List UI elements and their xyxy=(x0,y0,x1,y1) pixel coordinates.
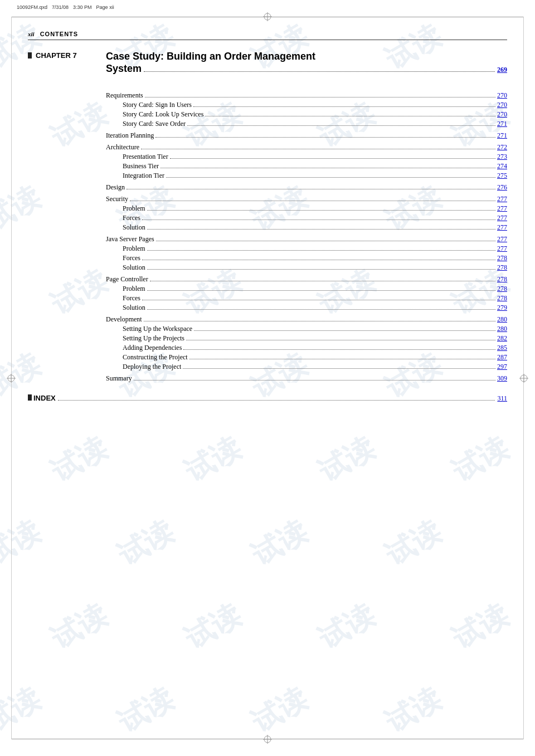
toc-label: Story Card: Save Order xyxy=(123,120,186,128)
toc-entry: Story Card: Sign In Users270 xyxy=(123,101,507,109)
toc-dots xyxy=(155,137,495,138)
toc-page-ref[interactable]: 278 xyxy=(497,254,507,262)
toc-dots xyxy=(166,177,495,178)
toc-page-ref[interactable]: 278 xyxy=(497,285,507,293)
watermark: 试读 xyxy=(445,428,515,491)
toc-page-ref[interactable]: 282 xyxy=(497,334,507,343)
toc-page-ref[interactable]: 278 xyxy=(497,294,507,303)
toc-page-ref[interactable]: 270 xyxy=(497,91,507,100)
toc-entry: Story Card: Look Up Services270 xyxy=(123,110,507,119)
toc-page-ref[interactable]: 278 xyxy=(497,275,507,284)
toc-dots xyxy=(147,210,495,211)
toc-page-ref[interactable]: 285 xyxy=(497,344,507,352)
toc-dots xyxy=(194,330,495,331)
toc-dots xyxy=(147,269,495,270)
chapter-icon xyxy=(28,52,32,58)
toc-dots xyxy=(189,359,495,359)
toc-page-ref[interactable]: 276 xyxy=(497,183,507,192)
toc-dots xyxy=(170,158,495,159)
toc-dots xyxy=(150,281,495,281)
toc-dots xyxy=(147,250,495,251)
toc-page-ref[interactable]: 271 xyxy=(497,120,507,128)
toc-page-ref[interactable]: 280 xyxy=(497,315,507,324)
reg-mark-top xyxy=(263,12,272,21)
toc-dots xyxy=(141,149,495,149)
toc-label: Business Tier xyxy=(123,162,159,170)
chapter-page-ref[interactable]: 269 xyxy=(497,66,507,74)
date: 7/31/08 xyxy=(52,4,69,10)
toc-page-ref[interactable]: 275 xyxy=(497,172,507,180)
chapter-title-line2: System 269 xyxy=(106,63,507,75)
toc-entry: Design276 xyxy=(106,183,507,192)
index-dots xyxy=(58,400,495,401)
chapter-row: CHAPTER 7 Case Study: Building an Order … xyxy=(28,50,507,75)
toc-page-ref[interactable]: 277 xyxy=(497,245,507,253)
toc-page-ref[interactable]: 297 xyxy=(497,363,507,371)
toc-label: Deploying the Project xyxy=(123,363,181,371)
toc-dots xyxy=(142,300,495,300)
toc-entry: Iteration Planning271 xyxy=(106,131,507,140)
toc-page-ref[interactable]: 274 xyxy=(497,162,507,170)
toc-dots xyxy=(134,380,495,381)
toc-label: Solution xyxy=(123,304,145,312)
toc-page-ref[interactable]: 270 xyxy=(497,101,507,109)
toc-label: Summary xyxy=(106,374,132,383)
toc-page-ref[interactable]: 277 xyxy=(497,223,507,232)
toc-label: Design xyxy=(106,183,125,192)
page-info: Page xii xyxy=(96,4,114,10)
watermark: 试读 xyxy=(0,679,47,742)
toc-entry: Security277 xyxy=(106,195,507,203)
toc-label: Problem xyxy=(123,204,145,213)
toc-page-ref[interactable]: 309 xyxy=(497,374,507,383)
toc-dots xyxy=(183,368,495,369)
toc-label: Problem xyxy=(123,245,145,253)
toc-label: Adding Dependencies xyxy=(123,344,182,352)
toc-page-ref[interactable]: 271 xyxy=(497,131,507,140)
toc-entry: Development280 xyxy=(106,315,507,324)
toc-entry: Problem278 xyxy=(123,285,507,293)
toc-label: Integration Tier xyxy=(123,172,164,180)
watermark: 试读 xyxy=(44,428,114,491)
toc-page-ref[interactable]: 280 xyxy=(497,325,507,333)
toc-label: Page Controller xyxy=(106,275,148,284)
toc-dots xyxy=(142,220,495,220)
time: 3:30 PM xyxy=(73,4,92,10)
toc-entry: Story Card: Save Order271 xyxy=(123,120,507,128)
main-content: CHAPTER 7 Case Study: Building an Order … xyxy=(28,50,507,403)
toc-entry: Adding Dependencies285 xyxy=(123,344,507,352)
toc-dots xyxy=(160,168,495,168)
page-header: xii CONTENTS xyxy=(28,31,507,40)
toc-dots xyxy=(147,290,495,291)
toc-entry: Solution278 xyxy=(123,264,507,272)
chapter-title-block: Case Study: Building an Order Management… xyxy=(106,50,507,75)
toc-label: Java Server Pages xyxy=(106,235,154,243)
toc-entry: Deploying the Project297 xyxy=(123,363,507,371)
toc-page-ref[interactable]: 272 xyxy=(497,143,507,152)
metadata-bar: 10092FM.qxd 7/31/08 3:30 PM Page xii xyxy=(17,4,518,10)
toc-entry: Architecture272 xyxy=(106,143,507,152)
toc-page-ref[interactable]: 277 xyxy=(497,195,507,203)
toc-dots xyxy=(144,321,495,321)
chapter-title-word: System xyxy=(106,63,142,75)
toc-label: Constructing the Project xyxy=(123,353,188,362)
toc-entry: Forces278 xyxy=(123,254,507,262)
index-page-ref[interactable]: 311 xyxy=(497,394,507,403)
toc-page-ref[interactable]: 270 xyxy=(497,110,507,119)
toc-page-ref[interactable]: 287 xyxy=(497,353,507,362)
watermark: 试读 xyxy=(44,596,114,659)
toc-label: Forces xyxy=(123,294,140,303)
reg-mark-left xyxy=(7,374,16,383)
toc-page-ref[interactable]: 278 xyxy=(497,264,507,272)
toc-entry: Java Server Pages277 xyxy=(106,235,507,243)
toc-page-ref[interactable]: 273 xyxy=(497,153,507,161)
toc-page-ref[interactable]: 277 xyxy=(497,235,507,243)
toc-page-ref[interactable]: 277 xyxy=(497,204,507,213)
toc-entry: Setting Up the Workspace280 xyxy=(123,325,507,333)
toc-page-ref[interactable]: 279 xyxy=(497,304,507,312)
toc-dots xyxy=(205,116,495,116)
watermark: 试读 xyxy=(312,596,381,659)
toc-dots xyxy=(127,189,495,189)
toc-page-ref[interactable]: 277 xyxy=(497,214,507,222)
toc-entry: Integration Tier275 xyxy=(123,172,507,180)
toc-dots xyxy=(142,260,495,260)
